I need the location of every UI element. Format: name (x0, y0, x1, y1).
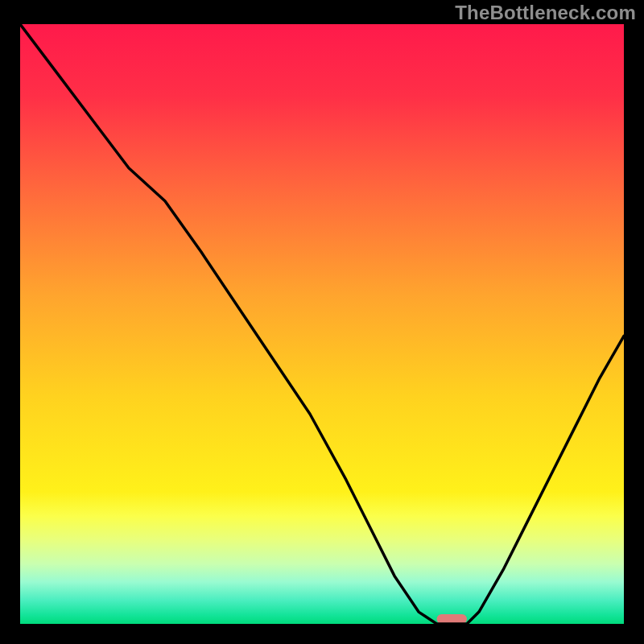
optimal-marker (437, 614, 468, 624)
gradient-background (20, 24, 624, 624)
watermark-text: TheBottleneck.com (455, 2, 636, 24)
chart-frame: TheBottleneck.com (0, 0, 644, 644)
bottleneck-chart (20, 24, 624, 624)
